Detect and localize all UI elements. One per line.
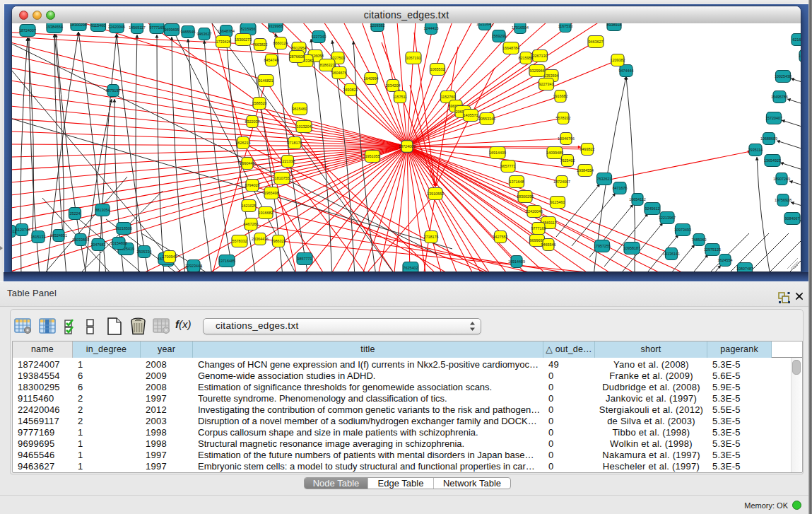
- svg-text:9463627: 9463627: [589, 40, 604, 44]
- svg-text:1209382: 1209382: [611, 58, 625, 62]
- svg-text:10807487: 10807487: [736, 267, 753, 271]
- svg-text:6794028: 6794028: [245, 183, 260, 187]
- svg-text:7485063: 7485063: [692, 238, 707, 242]
- svg-text:10958187: 10958187: [623, 246, 640, 250]
- svg-text:18724007: 18724007: [19, 28, 36, 33]
- svg-text:19384554: 19384554: [577, 168, 594, 173]
- svg-text:12213967: 12213967: [659, 216, 676, 220]
- svg-text:10973493: 10973493: [674, 228, 691, 232]
- svg-text:5578332: 5578332: [233, 239, 247, 243]
- svg-text:19384554: 19384554: [46, 25, 63, 29]
- svg-text:7955812: 7955812: [12, 229, 17, 233]
- svg-text:8938918: 8938918: [607, 23, 622, 27]
- svg-text:14099489: 14099489: [546, 151, 563, 155]
- svg-text:16914409: 16914409: [489, 151, 506, 155]
- svg-text:9115460: 9115460: [91, 23, 106, 28]
- svg-text:16033809: 16033809: [72, 238, 89, 242]
- svg-text:10688609: 10688609: [760, 136, 777, 141]
- svg-text:2047682: 2047682: [91, 243, 106, 247]
- svg-text:8215956: 8215956: [519, 56, 534, 60]
- svg-text:13524851: 13524851: [50, 233, 67, 238]
- svg-text:12923448: 12923448: [185, 264, 202, 268]
- svg-text:7625402: 7625402: [404, 266, 418, 270]
- svg-text:16648784: 16648784: [218, 29, 235, 33]
- svg-text:1057191: 1057191: [406, 56, 421, 60]
- svg-text:20364436: 20364436: [252, 237, 269, 241]
- svg-text:8990443: 8990443: [240, 161, 255, 165]
- svg-text:13716485: 13716485: [218, 259, 235, 263]
- svg-text:1951055: 1951055: [365, 154, 380, 158]
- svg-text:1209382: 1209382: [370, 23, 385, 28]
- svg-text:7632621: 7632621: [597, 177, 612, 181]
- svg-text:1604676: 1604676: [332, 71, 347, 75]
- svg-text:1013204: 1013204: [297, 124, 312, 129]
- svg-text:1167533: 1167533: [558, 24, 573, 28]
- svg-text:1244415: 1244415: [424, 26, 439, 30]
- svg-text:7986322: 7986322: [271, 239, 286, 243]
- svg-text:13910553: 13910553: [427, 192, 444, 196]
- svg-text:19756928: 19756928: [775, 198, 792, 202]
- svg-text:13654923: 13654923: [764, 158, 781, 163]
- svg-text:1405571: 1405571: [464, 113, 478, 117]
- svg-text:9227343: 9227343: [539, 82, 554, 86]
- svg-text:22420046: 22420046: [108, 25, 125, 29]
- svg-text:16210643: 16210643: [476, 23, 493, 26]
- svg-text:1588520: 1588520: [252, 101, 267, 105]
- svg-text:1065532: 1065532: [430, 67, 445, 71]
- svg-text:9463627: 9463627: [197, 32, 212, 36]
- svg-text:9115460: 9115460: [551, 200, 565, 204]
- svg-text:22420046: 22420046: [526, 209, 543, 214]
- svg-text:3624554: 3624554: [718, 258, 733, 262]
- svg-text:3267130: 3267130: [533, 54, 548, 58]
- svg-text:9465546: 9465546: [541, 243, 556, 247]
- svg-text:1615132: 1615132: [31, 235, 46, 239]
- svg-text:9657771: 9657771: [501, 164, 516, 168]
- svg-text:18724007: 18724007: [399, 144, 416, 148]
- svg-text:7663822: 7663822: [253, 42, 268, 47]
- svg-text:19463627: 19463627: [799, 54, 801, 58]
- svg-text:2718176: 2718176: [288, 141, 302, 145]
- svg-text:2718176: 2718176: [424, 235, 439, 239]
- svg-text:25224: 25224: [70, 211, 81, 216]
- svg-text:9474444: 9474444: [619, 69, 634, 73]
- svg-text:16914409: 16914409: [508, 259, 525, 264]
- svg-text:1621025: 1621025: [242, 204, 257, 208]
- svg-text:1626215: 1626215: [236, 141, 251, 145]
- svg-text:8454749: 8454749: [264, 58, 279, 62]
- svg-text:8912954: 8912954: [292, 46, 307, 50]
- svg-text:6879197: 6879197: [106, 88, 121, 93]
- svg-text:9777169: 9777169: [531, 226, 546, 230]
- svg-text:3493822: 3493822: [580, 147, 595, 151]
- svg-text:1157511: 1157511: [393, 95, 407, 99]
- svg-text:18300295: 18300295: [70, 23, 87, 27]
- svg-text:1221338: 1221338: [281, 159, 295, 163]
- svg-text:1569299: 1569299: [492, 34, 507, 38]
- svg-text:14136141: 14136141: [663, 252, 680, 256]
- svg-text:9427552: 9427552: [493, 235, 508, 239]
- svg-text:1353594: 1353594: [544, 74, 559, 78]
- svg-text:1700943: 1700943: [163, 255, 177, 259]
- svg-text:9329966: 9329966: [269, 24, 283, 28]
- svg-text:1916682: 1916682: [259, 211, 273, 215]
- svg-text:3493822: 3493822: [343, 88, 358, 92]
- svg-text:9615460: 9615460: [293, 107, 307, 111]
- svg-text:2876608: 2876608: [290, 54, 305, 59]
- svg-text:10654112: 10654112: [629, 197, 646, 201]
- svg-text:8215956: 8215956: [241, 27, 256, 31]
- svg-text:7625402: 7625402: [560, 158, 575, 163]
- svg-text:9227343: 9227343: [312, 35, 326, 39]
- svg-text:10046766: 10046766: [558, 136, 575, 141]
- svg-text:8660124: 8660124: [273, 41, 288, 45]
- svg-text:8813054: 8813054: [95, 208, 110, 212]
- svg-text:2935114: 2935114: [748, 148, 763, 152]
- svg-text:2034204: 2034204: [386, 83, 401, 88]
- svg-text:20553346: 20553346: [478, 117, 495, 121]
- svg-text:8322037: 8322037: [245, 119, 260, 124]
- svg-text:17957255: 17957255: [594, 244, 611, 248]
- svg-text:15300273: 15300273: [235, 37, 252, 42]
- svg-text:19218506: 19218506: [115, 226, 132, 230]
- svg-text:1640994: 1640994: [364, 76, 379, 81]
- svg-text:10025438: 10025438: [775, 74, 792, 78]
- svg-text:5578332: 5578332: [556, 116, 571, 120]
- svg-text:1371648: 1371648: [510, 180, 524, 184]
